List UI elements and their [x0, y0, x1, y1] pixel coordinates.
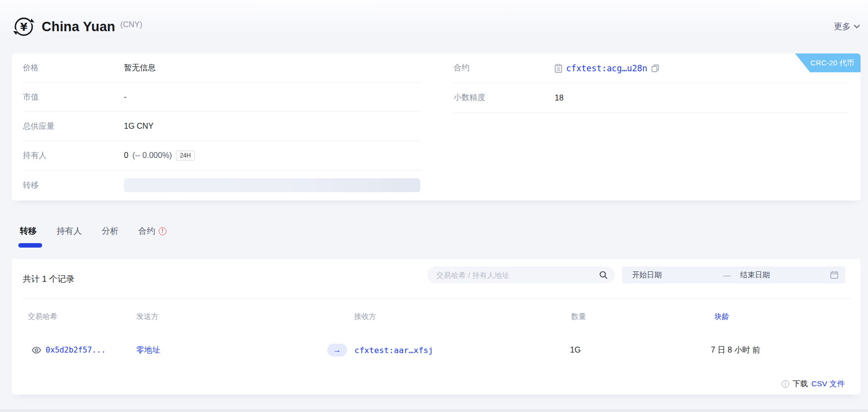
search-input[interactable]: [436, 271, 599, 279]
column-sender: 发送方: [136, 311, 159, 321]
total-supply-value: 1G CNY: [124, 122, 154, 131]
holders-value: 0 (-- 0.000%) 24H: [124, 151, 195, 160]
active-tab-underline: [18, 243, 42, 248]
tab-transfers-label: 转移: [20, 225, 37, 237]
price-row: 价格 暂无信息: [23, 53, 420, 83]
csv-file-link[interactable]: CSV 文件: [811, 379, 845, 389]
token-header: ¥ China Yuan (CNY): [13, 15, 142, 39]
transfers-label: 转移: [23, 180, 124, 191]
yuan-currency-icon: ¥: [13, 16, 35, 38]
decimals-row: 小数精度 18: [454, 83, 848, 113]
start-date-input[interactable]: 开始日期: [632, 270, 723, 280]
tab-analysis[interactable]: 分析: [102, 225, 118, 249]
svg-text:¥: ¥: [20, 21, 28, 33]
column-age-sort[interactable]: 块龄: [714, 311, 729, 321]
tab-contract[interactable]: 合约 !: [138, 225, 167, 249]
table-row: 0x5d2b2f57... 零地址 → cfxtest:aar…xfsj 1G …: [23, 332, 850, 368]
decimals-label: 小数精度: [454, 93, 555, 103]
age-value: 7 日 8 小时 前: [711, 345, 760, 356]
more-label: 更多: [834, 21, 851, 32]
decimals-value: 18: [555, 94, 564, 103]
holders-count: 0: [124, 151, 128, 160]
holders-row: 持有人 0 (-- 0.000%) 24H: [23, 141, 420, 170]
price-label: 价格: [23, 63, 124, 73]
calendar-icon[interactable]: [830, 271, 838, 279]
section-tabs: 转移 持有人 分析 合约 !: [20, 225, 167, 249]
holders-label: 持有人: [23, 151, 124, 161]
holders-change: (-- 0.000%): [132, 151, 172, 160]
record-count: 共计 1 个记录: [23, 273, 74, 285]
market-cap-label: 市值: [23, 92, 124, 103]
end-date-input[interactable]: 结束日期: [740, 270, 830, 280]
total-supply-row: 总供应量 1G CNY: [23, 112, 420, 141]
24h-badge: 24H: [176, 151, 195, 160]
date-range-picker[interactable]: 开始日期 — 结束日期: [622, 266, 845, 283]
market-cap-row: 市值 -: [23, 83, 420, 112]
tab-contract-label: 合约: [138, 225, 155, 237]
eye-preview-icon[interactable]: [32, 347, 41, 354]
transfers-panel: 共计 1 个记录 开始日期 — 结束日期 交易哈希 发送方 接收方 数量 块龄 …: [12, 259, 861, 395]
column-receiver: 接收方: [354, 311, 376, 321]
transfers-row: 转移: [23, 170, 420, 200]
download-label: 下载: [793, 379, 808, 389]
contract-address-link[interactable]: cfxtest:acg…u28n: [566, 63, 647, 73]
bottom-divider: [0, 409, 868, 412]
search-box: [427, 266, 615, 283]
tab-analysis-label: 分析: [102, 225, 118, 237]
token-info-right-column: 合约 cfxtest:acg…u28n 小数精度 18: [454, 53, 848, 113]
receiver-link[interactable]: cfxtest:aar…xfsj: [354, 346, 433, 355]
tab-transfers[interactable]: 转移: [20, 225, 37, 249]
token-symbol: (CNY): [120, 20, 142, 29]
tab-holders[interactable]: 持有人: [57, 225, 82, 249]
column-tx-hash: 交易哈希: [28, 311, 58, 321]
warning-icon: !: [159, 227, 167, 235]
total-supply-label: 总供应量: [23, 121, 124, 132]
chevron-down-icon: [854, 24, 860, 29]
tab-holders-label: 持有人: [57, 225, 82, 237]
token-info-card: CRC-20 代币 价格 暂无信息 市值 - 总供应量 1G CNY 持有人 0…: [12, 53, 861, 201]
sender-link[interactable]: 零地址: [136, 345, 160, 356]
loading-skeleton: [124, 178, 420, 192]
transfer-arrow-icon: →: [327, 344, 347, 357]
market-cap-value: -: [124, 93, 126, 102]
tx-hash-link[interactable]: 0x5d2b2f57...: [46, 346, 106, 355]
date-separator: —: [723, 271, 740, 279]
info-icon[interactable]: i: [782, 380, 789, 388]
table-header-row: 交易哈希 发送方 接收方 数量 块龄: [23, 298, 850, 334]
page-title: China Yuan: [42, 19, 116, 35]
search-icon[interactable]: [599, 271, 608, 279]
contract-row: 合约 cfxtest:acg…u28n: [454, 53, 848, 83]
contract-label: 合约: [454, 63, 555, 73]
copy-icon[interactable]: [651, 64, 659, 72]
amount-value: 1G: [570, 346, 580, 355]
contract-document-icon: [555, 64, 562, 73]
token-info-left-column: 价格 暂无信息 市值 - 总供应量 1G CNY 持有人 0 (-- 0.000…: [23, 53, 420, 200]
csv-download: i 下载 CSV 文件: [782, 376, 845, 392]
more-dropdown[interactable]: 更多: [834, 21, 860, 32]
column-amount: 数量: [571, 311, 586, 321]
price-value: 暂无信息: [124, 63, 156, 73]
